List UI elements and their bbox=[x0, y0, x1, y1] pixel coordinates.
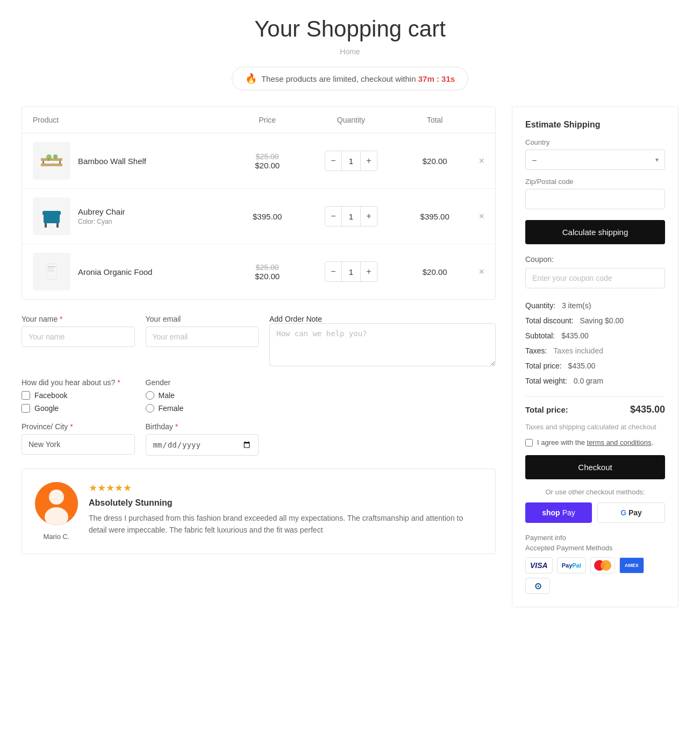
qty-cell: − 1 + bbox=[301, 206, 401, 226]
checkbox-google[interactable]: Google bbox=[22, 404, 135, 413]
product-color: Color: Cyan bbox=[78, 218, 125, 225]
price-cell: $25.00 $20.00 bbox=[234, 152, 301, 170]
table-row: Aronia Organic Food $25.00 $20.00 − 1 + bbox=[22, 244, 495, 299]
svg-rect-15 bbox=[48, 271, 54, 272]
gender-label: Gender bbox=[146, 378, 171, 387]
terms-text: I agree with the terms and conditions. bbox=[537, 438, 653, 446]
g-icon: G bbox=[620, 508, 626, 517]
qty-control: − 1 + bbox=[325, 206, 377, 226]
remove-button[interactable]: × bbox=[478, 156, 484, 166]
gender-options: Male Female bbox=[146, 391, 259, 413]
svg-rect-5 bbox=[48, 159, 49, 161]
male-label: Male bbox=[159, 391, 175, 400]
product-info: Aronia Organic Food bbox=[78, 267, 152, 277]
terms-checkbox[interactable] bbox=[525, 439, 533, 446]
cart-section: Product Price Quantity Total bbox=[22, 107, 496, 554]
svg-rect-8 bbox=[42, 211, 61, 215]
qty-increase-button[interactable]: + bbox=[361, 262, 377, 281]
zip-field: Zip/Postal code bbox=[525, 178, 665, 209]
review-text: The dress I purchased from this fashion … bbox=[89, 512, 482, 536]
radio-female[interactable]: Female bbox=[146, 404, 259, 413]
diners-icon: ⊙ bbox=[525, 578, 550, 594]
name-group: Your name * bbox=[22, 315, 135, 347]
gpay-button[interactable]: G Pay bbox=[597, 502, 665, 523]
terms-row: I agree with the terms and conditions. bbox=[525, 438, 665, 446]
pay-text: Pay bbox=[628, 508, 642, 517]
calculate-shipping-button[interactable]: Calculate shipping bbox=[525, 220, 665, 244]
discount-value: Saving $0.00 bbox=[580, 313, 624, 328]
summary-rows: Quantity: 3 item(s) Total discount: Savi… bbox=[525, 298, 665, 388]
reviewer-avatar bbox=[35, 482, 78, 525]
radio-male[interactable]: Male bbox=[146, 391, 259, 400]
hear-label: How did you hear about us? bbox=[22, 378, 115, 387]
qty-value: 1 bbox=[341, 151, 361, 171]
qty-decrease-button[interactable]: − bbox=[325, 151, 341, 171]
female-label: Female bbox=[159, 404, 184, 413]
product-name: Bamboo Wall Shelf bbox=[78, 157, 146, 166]
svg-point-17 bbox=[49, 490, 64, 505]
product-cell: Aubrey Chair Color: Cyan bbox=[33, 197, 234, 235]
sidebar-box: Estimate Shipping Country – ▾ Zip/Postal… bbox=[512, 107, 678, 607]
checkout-button[interactable]: Checkout bbox=[525, 455, 665, 479]
hear-options: Facebook Google bbox=[22, 391, 135, 413]
google-checkbox[interactable] bbox=[22, 404, 30, 413]
col-remove-header bbox=[468, 116, 484, 124]
total-price-label-row: Total price: bbox=[525, 358, 562, 373]
zip-input[interactable] bbox=[525, 189, 665, 209]
order-note-group: Add Order Note bbox=[269, 315, 496, 368]
qty-increase-button[interactable]: + bbox=[361, 151, 377, 171]
total-price-display-label: Total price: bbox=[525, 405, 568, 414]
country-field: Country – ▾ bbox=[525, 138, 665, 170]
alert-banner: 🔥 These products are limited, checkout w… bbox=[232, 67, 468, 90]
discount-label: Total discount: bbox=[525, 313, 574, 328]
price-original: $25.00 bbox=[234, 263, 301, 272]
remove-button[interactable]: × bbox=[478, 211, 484, 221]
male-radio[interactable] bbox=[146, 391, 154, 400]
country-select[interactable]: – bbox=[525, 150, 665, 170]
qty-control: − 1 + bbox=[325, 151, 377, 171]
qty-increase-button[interactable]: + bbox=[361, 207, 377, 226]
product-cell: Bamboo Wall Shelf bbox=[33, 142, 234, 180]
review-section: Mario C. ★★★★★ Absolutely Stunning The d… bbox=[22, 469, 496, 554]
qty-cell: − 1 + bbox=[301, 261, 401, 282]
table-row: Bamboo Wall Shelf $25.00 $20.00 − 1 + bbox=[22, 133, 495, 189]
review-stars: ★★★★★ bbox=[89, 482, 482, 494]
amex-icon: AMEX bbox=[619, 557, 644, 573]
city-input[interactable] bbox=[22, 434, 135, 455]
name-input[interactable] bbox=[22, 327, 135, 347]
pay-label: Pay bbox=[562, 508, 575, 517]
paypal-icon: PayPal bbox=[557, 557, 586, 573]
price-original: $25.00 bbox=[234, 152, 301, 161]
reviewer-info: ★★★★★ Absolutely Stunning The dress I pu… bbox=[89, 482, 482, 541]
name-label: Your name bbox=[22, 315, 58, 323]
email-input[interactable] bbox=[146, 327, 259, 347]
shopify-pay-button[interactable]: shop Pay bbox=[525, 502, 592, 523]
sidebar: Estimate Shipping Country – ▾ Zip/Postal… bbox=[512, 107, 678, 607]
facebook-checkbox[interactable] bbox=[22, 391, 30, 400]
price-only: $395.00 bbox=[234, 212, 301, 221]
coupon-label: Coupon: bbox=[525, 255, 665, 264]
qty-decrease-button[interactable]: − bbox=[325, 262, 341, 281]
hear-about-group: How did you hear about us? * Facebook Go… bbox=[22, 378, 135, 413]
female-radio[interactable] bbox=[146, 404, 154, 413]
total-price-value-row: $435.00 bbox=[568, 358, 596, 373]
remove-button[interactable]: × bbox=[478, 267, 484, 277]
birthday-label: Birthday bbox=[146, 422, 173, 431]
terms-link[interactable]: terms and conditions bbox=[587, 438, 652, 446]
coupon-input[interactable] bbox=[525, 268, 665, 288]
svg-rect-13 bbox=[48, 266, 55, 267]
qty-control: − 1 + bbox=[325, 261, 377, 282]
taxes-label: Taxes: bbox=[525, 343, 547, 358]
order-note-textarea[interactable] bbox=[269, 323, 496, 366]
product-image bbox=[33, 197, 70, 235]
price-cell: $395.00 bbox=[234, 212, 301, 221]
visa-icon: VISA bbox=[525, 557, 553, 573]
payment-icons: VISA PayPal AMEX ⊙ bbox=[525, 557, 665, 594]
checkbox-facebook[interactable]: Facebook bbox=[22, 391, 135, 400]
birthday-input[interactable] bbox=[146, 434, 259, 456]
gender-group: Gender Male Female bbox=[146, 378, 259, 413]
google-label: Google bbox=[34, 404, 59, 413]
qty-decrease-button[interactable]: − bbox=[325, 207, 341, 226]
country-label: Country bbox=[525, 138, 665, 146]
svg-point-4 bbox=[46, 154, 52, 160]
